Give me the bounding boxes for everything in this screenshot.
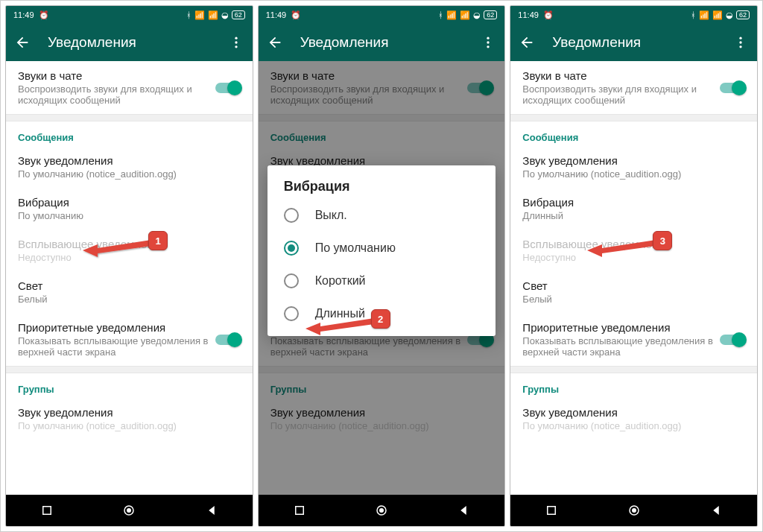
back-button[interactable] [13, 34, 31, 51]
radio-option-default[interactable]: По умолчанию [267, 232, 496, 265]
page-title: Уведомления [48, 34, 227, 51]
item-subtitle: Воспроизводить звуки для входящих и исхо… [18, 83, 241, 106]
svg-rect-4 [43, 507, 51, 515]
phone-screen-3: 11:49 ⏰ ᚼ📶📶◒ 62 Уведомления Звуки в чате… [510, 5, 758, 527]
radio-icon [284, 306, 299, 321]
radio-option-short[interactable]: Короткий [267, 265, 496, 297]
status-bar: 11:49 ⏰ ᚼ📶📶◒ 62 [259, 6, 505, 24]
app-bar: Уведомления [259, 24, 505, 61]
svg-point-8 [487, 41, 490, 43]
navigation-bar [259, 495, 505, 526]
svg-rect-11 [296, 507, 304, 515]
notification-sound-item[interactable]: Звук уведомления По умолчанию (notice_au… [510, 146, 757, 188]
notification-sound-item[interactable]: Звук уведомления По умолчанию (notice_au… [6, 146, 253, 188]
nav-home-button[interactable] [122, 504, 136, 517]
alarm-icon: ⏰ [39, 10, 49, 20]
back-button[interactable] [266, 34, 284, 51]
overflow-menu-button[interactable] [732, 35, 750, 50]
radio-option-long[interactable]: Длинный [267, 297, 496, 330]
signal-icon: 📶 [194, 10, 205, 20]
settings-content: Звуки в чате Воспроизводить звуки для вх… [510, 61, 757, 495]
navigation-bar [6, 495, 253, 526]
navigation-bar [510, 495, 757, 526]
nav-recent-button[interactable] [40, 504, 54, 517]
back-button[interactable] [518, 34, 536, 51]
divider [6, 114, 253, 121]
group-sound-item[interactable]: Звук уведомления По умолчанию (notice_au… [510, 398, 757, 431]
light-item[interactable]: Свет Белый [510, 271, 757, 313]
divider [6, 366, 253, 373]
nav-back-button[interactable] [457, 504, 470, 517]
svg-point-13 [379, 508, 384, 513]
nav-recent-button[interactable] [545, 504, 558, 517]
priority-notifications-item[interactable]: Приоритетные уведомления Показывать вспл… [6, 313, 253, 366]
svg-point-9 [487, 45, 490, 48]
dialog-title: Вибрация [267, 179, 496, 199]
svg-point-7 [487, 37, 490, 39]
overflow-menu-button[interactable] [227, 35, 245, 50]
chat-sounds-item[interactable]: Звуки в чате Воспроизводить звуки для вх… [510, 61, 757, 114]
svg-point-14 [739, 37, 741, 39]
section-header-messages: Сообщения [6, 121, 253, 146]
alarm-icon: ⏰ [543, 10, 554, 20]
section-header-groups: Группы [6, 373, 253, 398]
nav-back-button[interactable] [205, 504, 218, 517]
svg-point-6 [127, 508, 131, 513]
wifi-icon: ◒ [221, 10, 229, 20]
item-title: Звуки в чате [18, 69, 241, 82]
svg-point-20 [632, 508, 636, 513]
status-bar: 11:49 ⏰ ᚼ 📶 📶 ◒ 62 [6, 6, 253, 24]
status-bar: 11:49 ⏰ ᚼ📶📶◒ 62 [510, 6, 757, 24]
priority-notifications-item[interactable]: Приоритетные уведомления Показывать вспл… [510, 313, 757, 366]
svg-point-2 [235, 45, 237, 48]
battery-icon: 62 [232, 10, 245, 19]
chat-sounds-item[interactable]: Звуки в чате Воспроизводить звуки для вх… [6, 61, 253, 114]
app-bar: Уведомления [6, 24, 253, 61]
svg-point-0 [235, 37, 237, 39]
vibration-item[interactable]: Вибрация Длинный [510, 188, 757, 229]
phone-screen-2: 11:49 ⏰ ᚼ📶📶◒ 62 Уведомления Звуки в чате… [258, 5, 506, 527]
overflow-menu-button[interactable] [479, 35, 497, 50]
svg-point-1 [235, 41, 237, 43]
settings-content: Звуки в чате Воспроизводить звуки для вх… [6, 61, 253, 495]
svg-point-16 [739, 45, 741, 48]
bluetooth-icon: ᚼ [186, 10, 191, 19]
nav-back-button[interactable] [709, 504, 723, 517]
radio-icon [284, 273, 299, 288]
radio-icon [284, 208, 299, 223]
settings-content: Звуки в чате Воспроизводить звуки для вх… [259, 61, 505, 495]
vibration-dialog: Вибрация Выкл. По умолчанию Короткий Дли… [267, 165, 496, 336]
priority-toggle[interactable] [720, 335, 745, 345]
signal-icon: 📶 [208, 10, 218, 20]
radio-option-off[interactable]: Выкл. [267, 199, 496, 232]
phone-screen-1: 11:49 ⏰ ᚼ 📶 📶 ◒ 62 Уведомления Звуки в ч… [5, 5, 253, 527]
nav-home-button[interactable] [627, 504, 641, 517]
light-item[interactable]: Свет Белый [6, 271, 253, 313]
popup-notification-item: Всплывающее уведомление Недоступно [6, 229, 253, 271]
radio-icon [284, 241, 299, 256]
svg-rect-18 [548, 507, 556, 515]
svg-point-15 [739, 41, 741, 43]
nav-home-button[interactable] [375, 504, 388, 517]
priority-toggle[interactable] [215, 335, 241, 345]
vibration-item[interactable]: Вибрация По умолчанию [6, 188, 253, 229]
alarm-icon: ⏰ [291, 10, 301, 20]
chat-sounds-toggle[interactable] [215, 83, 241, 93]
app-bar: Уведомления [510, 24, 757, 61]
popup-notification-item: Всплывающее уведомление Недоступно [510, 229, 757, 271]
nav-recent-button[interactable] [293, 504, 306, 517]
chat-sounds-toggle[interactable] [720, 83, 745, 93]
group-sound-item[interactable]: Звук уведомления По умолчанию (notice_au… [6, 398, 253, 431]
status-time: 11:49 [13, 10, 34, 19]
